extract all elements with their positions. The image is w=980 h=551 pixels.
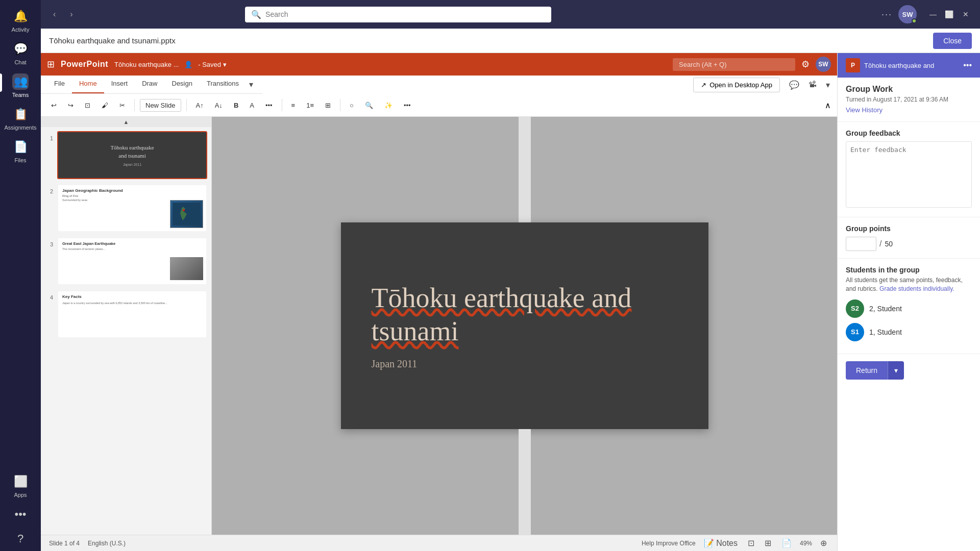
- sidebar-item-activity[interactable]: 🔔 Activity: [0, 4, 41, 37]
- more-tabs-button[interactable]: ▾: [246, 76, 256, 93]
- slide-thumb-item-2[interactable]: 2 Japan Geographic Background Ring of Fi…: [45, 184, 207, 232]
- new-slide-button[interactable]: New Slide: [140, 99, 181, 112]
- view-history-link[interactable]: View History: [846, 106, 883, 114]
- sidebar-item-chat[interactable]: 💬 Chat: [0, 37, 41, 69]
- status-right: Help Improve Office 📝 Notes ⊡ ⊞ 📄 49% ⊕: [642, 537, 829, 549]
- pp-saved-dropdown[interactable]: ▾: [223, 61, 227, 68]
- cut-button[interactable]: ✂: [115, 99, 129, 111]
- font-increase-button[interactable]: A↑: [192, 99, 208, 111]
- slide-main-subtitle: Japan 2011: [372, 358, 418, 370]
- slide-number-2: 2: [45, 184, 53, 194]
- student-item-2: S2 2, Student: [846, 299, 972, 318]
- pp-grid-icon[interactable]: ⊞: [47, 59, 55, 70]
- open-desktop-icon: ↗: [701, 81, 706, 89]
- close-window-button[interactable]: ✕: [960, 8, 972, 20]
- pp-tab-row: File Home Insert Draw Design Transitions…: [41, 76, 837, 94]
- comment-button[interactable]: 💬: [786, 78, 802, 92]
- collapse-ribbon-button[interactable]: ∧: [825, 101, 831, 110]
- font-decrease-button[interactable]: A↓: [211, 99, 227, 111]
- sidebar-label-files: Files: [14, 157, 26, 163]
- pp-search-input[interactable]: [673, 58, 795, 71]
- feedback-input[interactable]: [846, 141, 972, 208]
- slide-thumb-3[interactable]: Great East Japan Earthquake The movement…: [57, 237, 207, 285]
- slide-thumb-1[interactable]: Tōhoku earthquakeand tsunami Japan 2011: [57, 131, 207, 179]
- tab-transitions[interactable]: Transitions: [200, 76, 246, 93]
- sidebar-item-teams[interactable]: 👥 Teams: [0, 69, 41, 102]
- redo-button[interactable]: ↪: [64, 99, 78, 111]
- numbering-button[interactable]: 1≡: [302, 99, 318, 111]
- tab-file[interactable]: File: [47, 76, 72, 93]
- more-font-button[interactable]: •••: [261, 99, 277, 111]
- shapes-button[interactable]: ○: [346, 99, 358, 111]
- align-button[interactable]: ⊞: [321, 99, 335, 111]
- tab-draw[interactable]: Draw: [135, 76, 164, 93]
- slide-thumb-item-3[interactable]: 3 Great East Japan Earthquake The moveme…: [45, 237, 207, 285]
- reading-view-button[interactable]: 📄: [779, 537, 794, 549]
- close-button[interactable]: Close: [933, 33, 972, 49]
- slide-4-title: Key Facts: [62, 294, 202, 299]
- user-avatar[interactable]: SW: [898, 5, 917, 23]
- magic-button[interactable]: ✨: [380, 99, 397, 111]
- tab-insert[interactable]: Insert: [104, 76, 135, 93]
- more-tools-button[interactable]: •••: [400, 99, 415, 111]
- slide-thumb-4[interactable]: Key Facts Japan is a country surrounded …: [57, 290, 207, 338]
- group-work-section: Group Work Turned in August 17, 2021 at …: [838, 78, 980, 122]
- slide-sorter-button[interactable]: ⊞: [763, 537, 773, 549]
- group-work-date: Turned in August 17, 2021 at 9:36 AM: [846, 96, 972, 103]
- top-bar-right: ··· SW — ⬜ ✕: [881, 5, 972, 23]
- present-button[interactable]: 📽: [805, 78, 820, 91]
- sidebar-item-help[interactable]: ?: [0, 527, 41, 551]
- return-dropdown-button[interactable]: ▾: [888, 361, 904, 380]
- slide-thumb-item-1[interactable]: 1 Tōhoku earthquakeand tsunami Japan 201…: [45, 131, 207, 179]
- sidebar-label-activity: Activity: [12, 27, 30, 33]
- activity-icon: 🔔: [14, 10, 28, 23]
- forward-button[interactable]: ›: [66, 8, 77, 21]
- more-options-button[interactable]: ···: [881, 9, 892, 20]
- zoom-button[interactable]: ⊕: [818, 537, 829, 549]
- format-painter-button[interactable]: 🖌: [97, 99, 112, 111]
- slide-thumb-item-4[interactable]: 4 Key Facts Japan is a country surrounde…: [45, 290, 207, 338]
- bold-button[interactable]: B: [230, 99, 242, 111]
- pp-settings-icon[interactable]: ⚙: [801, 59, 810, 70]
- pp-container: ⊞ PowerPoint Tōhoku earthquake ... 👤 - S…: [41, 53, 837, 551]
- clipboard-button[interactable]: ⊡: [81, 99, 94, 111]
- sidebar-label-assignments: Assignments: [5, 124, 37, 131]
- open-desktop-button[interactable]: ↗ Open in Desktop App: [693, 78, 780, 92]
- pp-user-avatar[interactable]: SW: [816, 57, 831, 72]
- slide-main-area: Tōhoku earthquake and tsunami Japan 2011: [212, 117, 837, 535]
- minimize-button[interactable]: —: [927, 8, 939, 20]
- slide-thumb-2[interactable]: Japan Geographic Background Ring of Fire…: [57, 184, 207, 232]
- search-input[interactable]: [265, 10, 545, 18]
- sidebar-item-more[interactable]: •••: [0, 502, 41, 527]
- slide-thumbnails[interactable]: 1 Tōhoku earthquakeand tsunami Japan 201…: [41, 127, 212, 535]
- slide-2-map: [170, 200, 203, 228]
- undo-button[interactable]: ↩: [47, 99, 61, 111]
- sidebar-item-files[interactable]: 📄 Files: [0, 135, 41, 167]
- slide-canvas-container: Tōhoku earthquake and tsunami Japan 2011: [341, 222, 708, 429]
- slide-4-content: Key Facts Japan is a country surrounded …: [58, 291, 206, 337]
- sidebar-item-apps[interactable]: ⬜ Apps: [0, 469, 41, 502]
- back-button[interactable]: ‹: [49, 8, 60, 21]
- maximize-button[interactable]: ⬜: [943, 8, 955, 20]
- find-button[interactable]: 🔍: [361, 99, 377, 111]
- grade-students-link[interactable]: Grade students individually.: [879, 285, 954, 292]
- normal-view-button[interactable]: ⊡: [746, 537, 756, 549]
- slide-number-3: 3: [45, 237, 53, 247]
- pp-ribbon-tools: ↩ ↪ ⊡ 🖌 ✂ New Slide A↑ A↓ B A ••• ≡ 1≡: [41, 94, 837, 116]
- search-icon: 🔍: [251, 10, 261, 19]
- pp-topbar: ⊞ PowerPoint Tōhoku earthquake ... 👤 - S…: [41, 53, 837, 76]
- tab-design[interactable]: Design: [165, 76, 200, 93]
- tab-home[interactable]: Home: [72, 76, 104, 93]
- bullets-button[interactable]: ≡: [287, 99, 300, 111]
- rp-more-button[interactable]: •••: [963, 61, 972, 70]
- scroll-up-button[interactable]: ▲: [41, 117, 211, 127]
- sidebar-item-assignments[interactable]: 📋 Assignments: [0, 102, 41, 135]
- return-button[interactable]: Return: [846, 361, 888, 380]
- file-title: Tōhoku earthquake and tsunami.pptx: [49, 36, 933, 45]
- more-ribbon-button[interactable]: ▾: [823, 78, 833, 92]
- font-color-button[interactable]: A: [246, 99, 258, 111]
- notes-button[interactable]: 📝 Notes: [702, 537, 740, 549]
- points-input[interactable]: [846, 237, 876, 251]
- right-panel-top: P Tōhoku earthquake and •••: [838, 53, 980, 78]
- pp-brand: PowerPoint: [61, 60, 108, 69]
